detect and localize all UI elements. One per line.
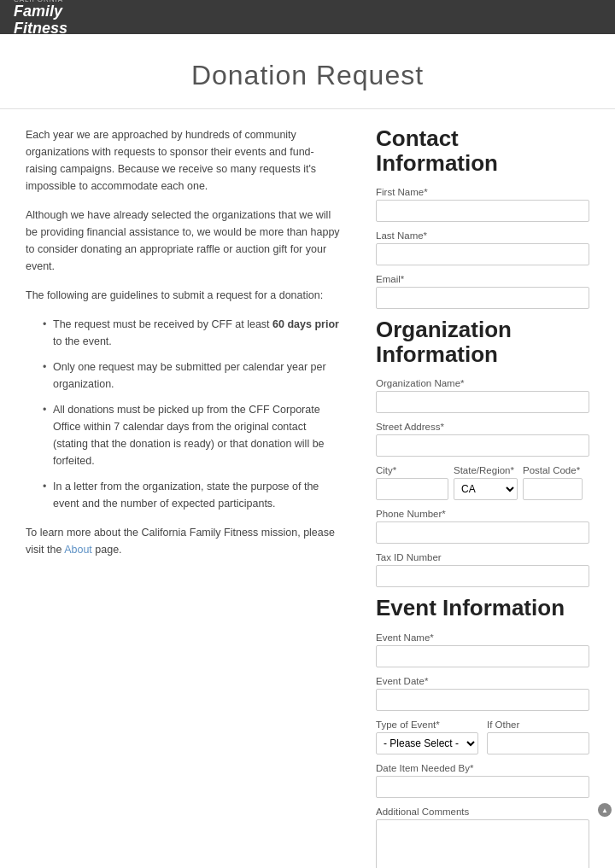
page-title-area: Donation Request	[0, 34, 615, 109]
intro-para2: Although we have already selected the or…	[26, 207, 342, 275]
event-section: Event Information Event Name* Event Date…	[376, 596, 589, 868]
street-label: Street Address*	[376, 422, 589, 432]
event-date-group: Event Date*	[376, 676, 589, 711]
phone-label: Phone Number*	[376, 509, 589, 519]
if-other-label: If Other	[487, 719, 589, 730]
site-header: CALIFORNIA Family Fitness	[0, 0, 615, 34]
if-other-input[interactable]	[487, 732, 589, 754]
taxid-label: Tax ID Number	[376, 552, 589, 562]
event-type-group: Type of Event* - Please Select - Communi…	[376, 719, 589, 754]
state-label: State/Region*	[454, 465, 518, 475]
city-input[interactable]	[376, 478, 448, 500]
last-name-group: Last Name*	[376, 230, 589, 265]
event-section-title: Event Information	[376, 596, 589, 620]
first-name-group: First Name*	[376, 187, 589, 222]
city-state-postal-group: City* State/Region* CA AL AK AZ AR CO CT	[376, 465, 589, 500]
org-name-input[interactable]	[376, 391, 589, 413]
street-input[interactable]	[376, 434, 589, 457]
list-item: The request must be received by CFF at l…	[43, 316, 342, 350]
last-name-input[interactable]	[376, 243, 589, 265]
postal-input[interactable]	[523, 478, 583, 500]
phone-group: Phone Number*	[376, 509, 589, 544]
taxid-input[interactable]	[376, 565, 589, 587]
about-para: To learn more about the California Famil…	[26, 524, 342, 558]
list-item: In a letter from the organization, state…	[43, 478, 342, 512]
intro-para1: Each year we are approached by hundreds …	[26, 126, 342, 195]
page-title: Donation Request	[0, 60, 615, 91]
logo-family: Family	[14, 3, 62, 20]
org-section: OrganizationInformation Organization Nam…	[376, 317, 589, 587]
postal-col: Postal Code*	[523, 465, 583, 500]
guidelines-list: The request must be received by CFF at l…	[43, 316, 342, 512]
email-input[interactable]	[376, 287, 589, 309]
scroll-hint: ▲	[598, 803, 612, 817]
city-col: City*	[376, 465, 448, 500]
content-area: Each year we are approached by hundreds …	[0, 126, 615, 868]
email-label: Email*	[376, 274, 589, 284]
org-name-group: Organization Name*	[376, 378, 589, 413]
state-select[interactable]: CA AL AK AZ AR CO CT DE FL GA HI ID	[454, 478, 518, 500]
phone-input[interactable]	[376, 521, 589, 544]
contact-section-title: ContactInformation	[376, 126, 589, 175]
right-column: ContactInformation First Name* Last Name…	[376, 126, 589, 868]
intro-para3: The following are guidelines to submit a…	[26, 287, 342, 304]
list-item: All donations must be picked up from the…	[43, 401, 342, 469]
event-date-label: Event Date*	[376, 676, 589, 686]
first-name-input[interactable]	[376, 200, 589, 222]
state-col: State/Region* CA AL AK AZ AR CO CT DE FL…	[454, 465, 518, 500]
city-label: City*	[376, 465, 448, 475]
date-needed-input[interactable]	[376, 776, 589, 798]
additional-comments-label: Additional Comments	[376, 807, 589, 817]
org-section-title: OrganizationInformation	[376, 317, 589, 366]
if-other-col: If Other	[487, 719, 589, 754]
bold-days: 60 days prior	[272, 318, 339, 330]
event-type-label: Type of Event*	[376, 719, 478, 730]
first-name-label: First Name*	[376, 187, 589, 197]
about-suffix: page.	[92, 544, 122, 556]
about-link[interactable]: About	[64, 544, 92, 556]
contact-section: ContactInformation First Name* Last Name…	[376, 126, 589, 309]
street-group: Street Address*	[376, 422, 589, 457]
logo[interactable]: CALIFORNIA Family Fitness	[14, 0, 67, 38]
event-name-input[interactable]	[376, 645, 589, 667]
event-date-input[interactable]	[376, 689, 589, 711]
left-column: Each year we are approached by hundreds …	[26, 126, 342, 868]
org-name-label: Organization Name*	[376, 378, 589, 388]
date-needed-label: Date Item Needed By*	[376, 763, 589, 773]
postal-label: Postal Code*	[523, 465, 583, 475]
main-content: Donation Request Each year we are approa…	[0, 34, 615, 868]
taxid-group: Tax ID Number	[376, 552, 589, 587]
logo-fitness: Fitness	[14, 20, 67, 38]
event-name-label: Event Name*	[376, 632, 589, 643]
list-item: Only one request may be submitted per ca…	[43, 358, 342, 393]
event-name-group: Event Name*	[376, 632, 589, 667]
additional-comments-group: Additional Comments	[376, 807, 589, 868]
last-name-label: Last Name*	[376, 230, 589, 241]
event-type-col: Type of Event* - Please Select - Communi…	[376, 719, 478, 754]
event-type-select[interactable]: - Please Select - Community Event School…	[376, 732, 478, 754]
additional-comments-textarea[interactable]	[376, 819, 589, 868]
date-needed-group: Date Item Needed By*	[376, 763, 589, 798]
email-group: Email*	[376, 274, 589, 309]
